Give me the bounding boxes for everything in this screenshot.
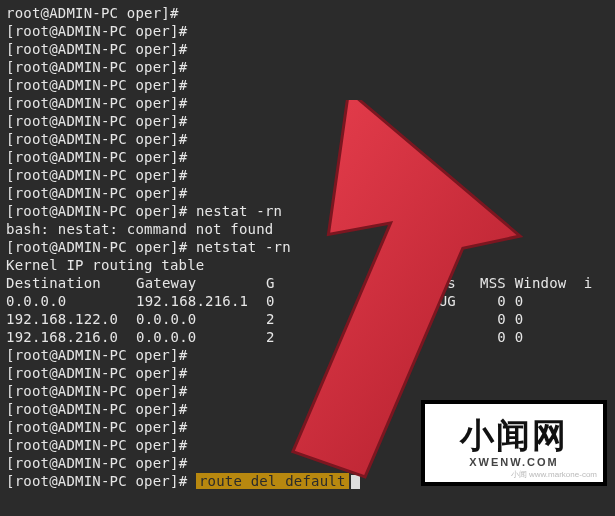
prompt-line: [root@ADMIN-PC oper]# bbox=[6, 112, 609, 130]
prompt-line: [root@ADMIN-PC oper]# bbox=[6, 346, 609, 364]
watermark-sub: XWENW.COM bbox=[469, 456, 559, 468]
prompt-line: [root@ADMIN-PC oper]# bbox=[6, 148, 609, 166]
prompt-line: [root@ADMIN-PC oper]# bbox=[6, 22, 609, 40]
nestat-line: [root@ADMIN-PC oper]# nestat -rn bbox=[6, 202, 609, 220]
prompt-line: [root@ADMIN-PC oper]# bbox=[6, 58, 609, 76]
nestat-error: bash: nestat: command not found bbox=[6, 220, 609, 238]
cursor-icon bbox=[351, 475, 360, 489]
prompt-line: [root@ADMIN-PC oper]# bbox=[6, 40, 609, 58]
netstat-line: [root@ADMIN-PC oper]# netstat -rn bbox=[6, 238, 609, 256]
watermark-credit: 小闻 www.markone-com bbox=[511, 469, 597, 480]
table-row: 192.168.122.00.0.0.020 0 bbox=[6, 310, 609, 328]
watermark-badge: 小闻网 XWENW.COM 小闻 www.markone-com bbox=[421, 400, 607, 486]
prompt-line: [root@ADMIN-PC oper]# bbox=[6, 76, 609, 94]
prompt-line-partial: root@ADMIN-PC oper]# bbox=[6, 4, 609, 22]
netstat-cmd: netstat -rn bbox=[196, 239, 291, 255]
prompt-line: [root@ADMIN-PC oper]# bbox=[6, 364, 609, 382]
routing-table-title: Kernel IP routing table bbox=[6, 256, 609, 274]
prompt-line: [root@ADMIN-PC oper]# bbox=[6, 166, 609, 184]
table-row: 192.168.216.00.0.0.020 0 bbox=[6, 328, 609, 346]
table-row: 0.0.0.0192.168.216.10UG0 0 bbox=[6, 292, 609, 310]
prompt-line: [root@ADMIN-PC oper]# bbox=[6, 94, 609, 112]
prompt-line: [root@ADMIN-PC oper]# bbox=[6, 382, 609, 400]
watermark-main: 小闻网 bbox=[460, 418, 568, 452]
prompt-line: [root@ADMIN-PC oper]# bbox=[6, 184, 609, 202]
prompt-line: [root@ADMIN-PC oper]# bbox=[6, 130, 609, 148]
routing-table-header: DestinationGatewayGFlagsMSS Window i bbox=[6, 274, 609, 292]
partial-prompt: root@ADMIN-PC oper]# bbox=[6, 5, 179, 21]
nestat-cmd: nestat -rn bbox=[196, 203, 282, 219]
route-cmd: route del default bbox=[196, 473, 349, 489]
